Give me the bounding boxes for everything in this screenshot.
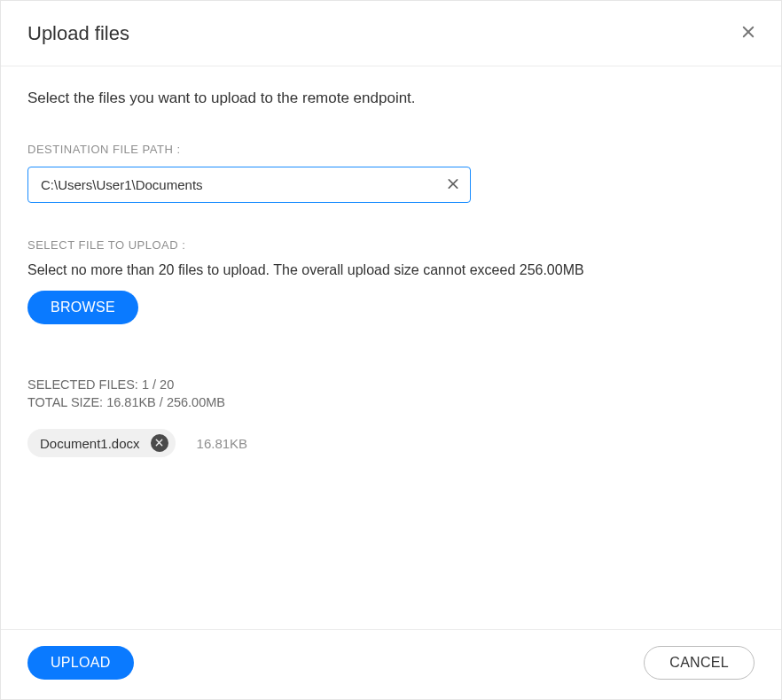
destination-input-wrap xyxy=(27,167,471,203)
file-size: 16.81KB xyxy=(197,436,248,451)
file-row: Document1.docx 16.81KB xyxy=(27,429,755,457)
file-select-hint: Select no more than 20 files to upload. … xyxy=(27,262,755,278)
destination-label: DESTINATION FILE PATH : xyxy=(27,143,755,156)
browse-button[interactable]: BROWSE xyxy=(27,291,138,324)
selected-files-summary: SELECTED FILES: 1 / 20 xyxy=(27,377,755,392)
cancel-button[interactable]: CANCEL xyxy=(644,646,755,680)
summary-block: SELECTED FILES: 1 / 20 TOTAL SIZE: 16.81… xyxy=(27,377,755,409)
close-button[interactable] xyxy=(737,20,760,46)
upload-button[interactable]: UPLOAD xyxy=(27,646,134,680)
intro-text: Select the files you want to upload to t… xyxy=(27,89,755,107)
close-icon xyxy=(740,24,756,43)
remove-file-button[interactable] xyxy=(151,434,168,452)
file-name: Document1.docx xyxy=(40,436,140,451)
dialog-footer: UPLOAD CANCEL xyxy=(1,629,781,699)
remove-icon xyxy=(154,437,164,450)
file-chip: Document1.docx xyxy=(27,429,176,457)
dialog-title: Upload files xyxy=(27,22,129,45)
dialog-header: Upload files xyxy=(1,1,781,66)
upload-files-dialog: Upload files Select the files you want t… xyxy=(0,0,782,700)
dialog-body: Select the files you want to upload to t… xyxy=(1,66,781,629)
file-select-label: SELECT FILE TO UPLOAD : xyxy=(27,238,755,252)
clear-icon xyxy=(446,176,460,193)
destination-input[interactable] xyxy=(27,167,471,203)
clear-input-button[interactable] xyxy=(444,175,462,195)
total-size-summary: TOTAL SIZE: 16.81KB / 256.00MB xyxy=(27,395,755,409)
